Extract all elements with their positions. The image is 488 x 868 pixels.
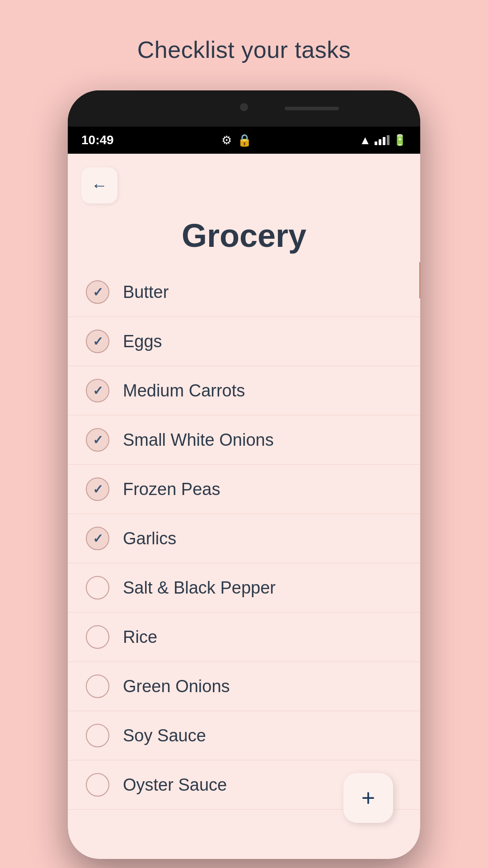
checkbox-7[interactable] (86, 576, 109, 599)
item-label-7: Salt & Black Pepper (123, 578, 276, 598)
phone-frame: 10:49 ⚙ 🔒 ▲ 🔋 ← Grocery ✓Butter✓Eggs✓Med… (68, 90, 420, 859)
checkbox-4[interactable]: ✓ (86, 428, 109, 452)
checkbox-5[interactable]: ✓ (86, 477, 109, 501)
signal-bar-1 (375, 142, 377, 145)
speaker-grille (285, 107, 339, 110)
checkbox-1[interactable]: ✓ (86, 280, 109, 304)
list-item[interactable]: Rice (68, 613, 420, 662)
checkbox-2[interactable]: ✓ (86, 330, 109, 353)
checkmark-icon: ✓ (93, 433, 103, 448)
checklist: ✓Butter✓Eggs✓Medium Carrots✓Small White … (68, 268, 420, 859)
back-arrow-icon: ← (91, 176, 108, 195)
list-title: Grocery (68, 217, 420, 254)
list-item[interactable]: Soy Sauce (68, 711, 420, 760)
gear-icon: ⚙ (221, 133, 232, 147)
item-label-3: Medium Carrots (123, 381, 245, 401)
wifi-icon: ▲ (359, 133, 371, 147)
list-item[interactable]: ✓Butter (68, 268, 420, 317)
page-background-title: Checklist your tasks (137, 36, 351, 63)
signal-bars (375, 135, 389, 145)
checkbox-6[interactable]: ✓ (86, 527, 109, 550)
item-label-4: Small White Onions (123, 430, 274, 450)
back-button[interactable]: ← (81, 167, 117, 203)
status-bar: 10:49 ⚙ 🔒 ▲ 🔋 (68, 127, 420, 154)
checkbox-8[interactable] (86, 625, 109, 649)
checkmark-icon: ✓ (93, 285, 103, 300)
list-item[interactable]: ✓Garlics (68, 514, 420, 563)
signal-bar-4 (387, 135, 389, 145)
item-label-11: Oyster Sauce (123, 775, 227, 795)
item-label-1: Butter (123, 283, 169, 302)
list-item[interactable]: ✓Frozen Peas (68, 465, 420, 514)
list-item[interactable]: ✓Eggs (68, 317, 420, 366)
side-power-button (419, 262, 420, 298)
checkbox-9[interactable] (86, 675, 109, 698)
checkmark-icon: ✓ (93, 531, 103, 546)
phone-top-bar (68, 90, 420, 127)
battery-icon: 🔋 (393, 134, 407, 146)
checkbox-11[interactable] (86, 773, 109, 797)
add-item-fab[interactable]: + (343, 773, 393, 823)
checkmark-icon: ✓ (93, 482, 103, 497)
item-label-10: Soy Sauce (123, 726, 206, 745)
checkbox-3[interactable]: ✓ (86, 379, 109, 402)
item-label-6: Garlics (123, 529, 176, 548)
item-label-2: Eggs (123, 332, 162, 351)
item-label-9: Green Onions (123, 677, 230, 696)
item-label-5: Frozen Peas (123, 480, 220, 499)
item-label-8: Rice (123, 627, 157, 647)
status-icons-left: ⚙ 🔒 (221, 133, 252, 147)
checkmark-icon: ✓ (93, 383, 103, 398)
plus-icon: + (361, 784, 375, 811)
signal-bar-2 (379, 139, 381, 145)
checkmark-icon: ✓ (93, 334, 103, 349)
app-content: ← Grocery ✓Butter✓Eggs✓Medium Carrots✓Sm… (68, 154, 420, 859)
list-item[interactable]: ✓Medium Carrots (68, 366, 420, 415)
list-item[interactable]: ✓Small White Onions (68, 415, 420, 465)
status-time: 10:49 (81, 133, 114, 147)
list-item[interactable]: Green Onions (68, 662, 420, 711)
list-item[interactable]: Salt & Black Pepper (68, 563, 420, 613)
lock-icon: 🔒 (237, 133, 252, 147)
camera-dot (240, 103, 248, 111)
checkbox-10[interactable] (86, 724, 109, 747)
signal-bar-3 (383, 137, 385, 145)
status-icons-right: ▲ 🔋 (359, 133, 407, 147)
